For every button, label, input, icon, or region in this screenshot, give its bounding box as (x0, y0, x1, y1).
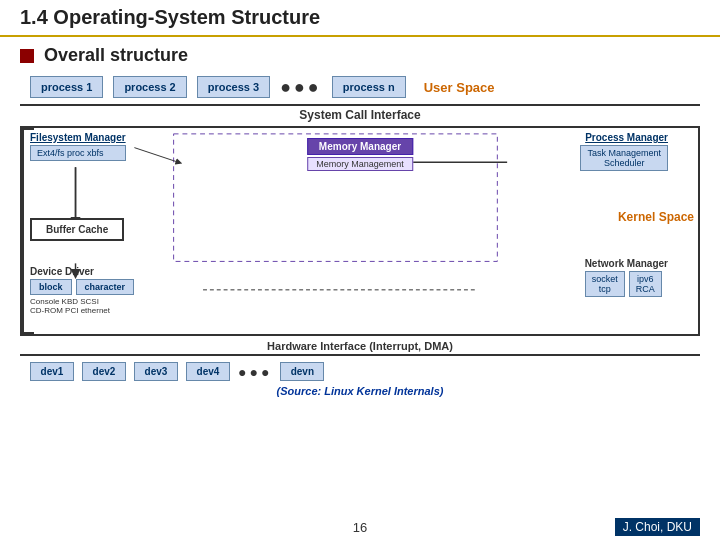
footer: 16 J. Choi, DKU (0, 518, 720, 536)
syscall-bar: System Call Interface (20, 104, 700, 122)
process-row: process 1 process 2 process 3 ●●● proces… (20, 76, 700, 98)
block-driver-box: block (30, 279, 72, 295)
section-header: Overall structure (20, 45, 700, 66)
source-line: (Source: Linux Kernel Internals) (20, 385, 700, 397)
tcp-text: tcp (592, 284, 618, 294)
proc-manager-title: Process Manager (580, 132, 668, 143)
dd-sub-line1: Console KBD SCSI (30, 297, 134, 306)
dd-sub-line2: CD-ROM PCI ethernet (30, 306, 134, 315)
rpc-text: RCA (636, 284, 655, 294)
fs-manager-box: Ext4/fs proc xbfs (30, 145, 126, 161)
proc-manager-box: Task Management Scheduler (580, 145, 668, 171)
dots-1: ●●● (280, 77, 322, 98)
filesystem-manager: Filesystem Manager Ext4/fs proc xbfs (30, 132, 126, 161)
bullet-icon (20, 49, 34, 63)
kernel-area: Filesystem Manager Ext4/fs proc xbfs Pro… (20, 126, 700, 336)
mem-manager-title: Memory Manager (307, 138, 413, 155)
footer-right: J. Choi, DKU (367, 518, 700, 536)
network-manager: Network Manager socket tcp ipv6 RCA (585, 258, 668, 297)
hw-interface: Hardware Interface (Interrupt, DMA) (20, 340, 700, 356)
page: 1.4 Operating-System Structure Overall s… (0, 0, 720, 540)
content-area: Overall structure process 1 process 2 pr… (0, 37, 720, 405)
scheduler-text: Scheduler (587, 158, 661, 168)
mem-manager-sub: Memory Management (307, 157, 413, 171)
dev2-box: dev2 (82, 362, 126, 381)
device-row: dev1 dev2 dev3 dev4 ●●● devn (20, 362, 700, 381)
buffer-cache: Buffer Cache (30, 218, 124, 241)
ipv6-box: ipv6 RCA (629, 271, 662, 297)
section-title: Overall structure (44, 45, 188, 66)
device-driver-title: Device Driver (30, 266, 134, 277)
buffer-cache-box: Buffer Cache (30, 218, 124, 241)
dev4-box: dev4 (186, 362, 230, 381)
page-number: 16 (353, 520, 367, 535)
process-1-box: process 1 (30, 76, 103, 98)
socket-text: socket (592, 274, 618, 284)
char-driver-box: character (76, 279, 135, 295)
device-driver: Device Driver block character Console KB… (30, 266, 134, 315)
process-2-box: process 2 (113, 76, 186, 98)
svg-line-5 (134, 148, 178, 163)
kernel-space-label: Kernel Space (618, 210, 694, 224)
process-n-box: process n (332, 76, 406, 98)
author-label: J. Choi, DKU (615, 518, 700, 536)
net-manager-title: Network Manager (585, 258, 668, 269)
dots-2: ●●● (238, 364, 272, 380)
ipv6-text: ipv6 (636, 274, 655, 284)
device-driver-boxes: block character (30, 279, 134, 295)
user-space-label: User Space (424, 80, 495, 95)
socket-box: socket tcp (585, 271, 625, 297)
slide-title: 1.4 Operating-System Structure (0, 0, 720, 37)
memory-manager: Memory Manager Memory Management (307, 138, 413, 171)
net-manager-boxes: socket tcp ipv6 RCA (585, 271, 668, 297)
syscall-label: System Call Interface (299, 108, 420, 122)
dd-sub-text: Console KBD SCSI CD-ROM PCI ethernet (30, 297, 134, 315)
dev1-box: dev1 (30, 362, 74, 381)
process-manager: Process Manager Task Management Schedule… (580, 132, 668, 171)
dev3-box: dev3 (134, 362, 178, 381)
task-mgmt-text: Task Management (587, 148, 661, 158)
process-3-box: process 3 (197, 76, 270, 98)
devn-box: devn (280, 362, 324, 381)
fs-manager-title: Filesystem Manager (30, 132, 126, 143)
title-text: 1.4 Operating-System Structure (20, 6, 320, 28)
